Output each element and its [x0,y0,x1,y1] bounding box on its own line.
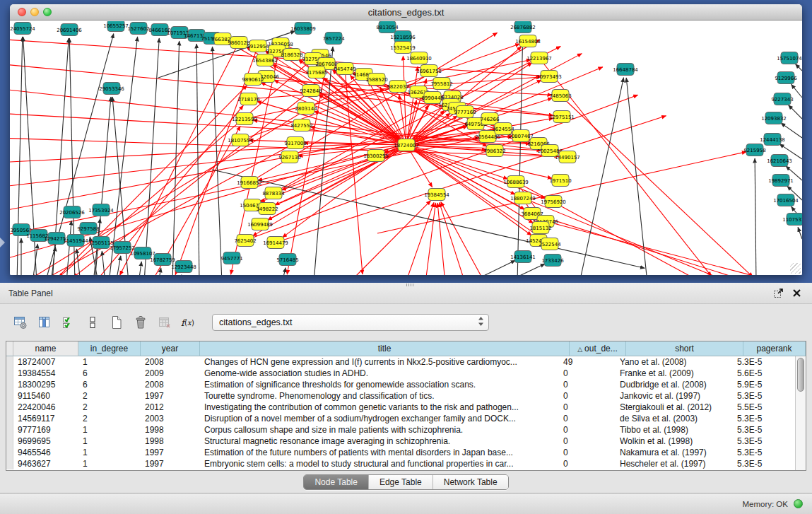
new-table-button[interactable] [106,312,127,333]
graph-node[interactable]: 1527602 [127,23,149,35]
tab-edge-table[interactable]: Edge Table [368,475,433,489]
graph-edge[interactable] [102,251,105,275]
graph-edge[interactable] [441,202,485,275]
graph-node[interactable]: 9457771 [220,252,242,264]
graph-node[interactable]: 16033809 [290,23,316,35]
table-row[interactable]: 1830029562008Estimation of significance … [6,379,795,390]
graph-edge[interactable] [437,203,445,275]
graph-node[interactable]: 26876882 [510,21,536,33]
column-header-title[interactable]: title [200,341,570,356]
graph-edge[interactable] [212,170,645,268]
table-row[interactable]: 1872400712008Changes of HCN gene express… [6,356,795,368]
graph-edge[interactable] [119,42,239,275]
graph-node[interactable]: 10655257 [103,21,129,32]
graph-node[interactable]: 19892971 [768,175,794,187]
graph-node[interactable]: 8878334 [262,187,285,199]
table-row[interactable]: 946362711997Embryonic stem cells: a mode… [6,458,795,469]
graph-node[interactable]: 7955812 [430,78,452,90]
graph-node[interactable]: 7986322 [483,145,505,157]
graph-node[interactable]: 2718176 [237,93,260,105]
close-button[interactable] [18,8,26,16]
graph-node[interactable]: 29053346 [99,83,124,95]
hidden-panel-arrow[interactable] [0,238,5,247]
graph-edge[interactable] [196,44,199,275]
graph-edge[interactable] [116,256,121,275]
graph-edge[interactable] [283,145,406,238]
column-header-name[interactable]: name [13,341,78,356]
close-panel-button[interactable] [789,286,804,300]
graph-node[interactable]: 7485063 [549,90,571,102]
graph-node[interactable]: 8215958 [743,144,765,156]
graph-node[interactable]: 17353924 [88,204,114,216]
table-row[interactable]: 969969511998Structural magnetic resonanc… [6,436,795,447]
graph-node[interactable]: 15751074 [777,52,802,64]
graph-node[interactable]: 11075334 [782,214,802,226]
graph-node[interactable]: 8427552 [290,119,312,132]
graph-node[interactable]: 10688639 [503,176,529,188]
graph-node[interactable]: 1588520 [365,74,387,86]
graph-edge[interactable] [546,221,772,275]
tab-network-table[interactable]: Network Table [433,475,508,489]
graph-edge[interactable] [505,264,545,275]
row-height-button[interactable] [82,312,103,333]
graph-node[interactable]: 1971510 [549,175,571,187]
graph-node[interactable]: 8186328 [281,49,302,61]
import-table-button[interactable] [154,312,175,333]
table-row[interactable]: 946554611997Estimation of the future num… [6,447,795,458]
column-header-pagerank[interactable]: pagerank [743,341,806,356]
graph-edge[interactable] [795,64,802,71]
graph-node[interactable]: 9297588 [77,223,99,235]
graph-edge[interactable] [579,78,623,275]
graph-node[interactable]: 9317008 [284,137,306,149]
graph-edge[interactable] [406,145,531,235]
graph-edge[interactable] [781,123,802,138]
table-row[interactable]: 911546021997Tourette syndrome. Phenomeno… [6,390,795,402]
graph-edge[interactable] [139,262,141,275]
graph-node[interactable]: 7857224 [322,33,345,45]
graph-edge[interactable] [282,268,286,275]
network-view-svg[interactable]: 2405572420691406106552571527602846616010… [10,21,802,275]
minimize-button[interactable] [30,8,39,16]
graph-node[interactable]: 24055724 [10,23,35,35]
graph-node[interactable]: 18300295 [363,150,389,162]
graph-node[interactable]: 7625402 [234,235,256,247]
graph-node[interactable]: 1815132 [529,222,551,234]
table-row[interactable]: 1938455462009Genome-wide association stu… [6,368,795,379]
graph-node[interactable]: 2803144 [295,103,317,115]
graph-edge[interactable] [532,214,744,275]
network-window-titlebar[interactable]: citations_edges.txt [10,4,802,21]
graph-node[interactable]: 19384554 [424,189,449,201]
graph-node[interactable]: 5822037 [387,81,408,93]
graph-node[interactable]: 3175685 [305,66,327,78]
graph-node[interactable]: 16648784 [613,64,638,76]
graph-node[interactable]: 18640910 [406,52,432,64]
graph-node[interactable]: 12093832 [761,112,787,124]
table-selector-dropdown[interactable]: citations_edges.txt [212,314,489,331]
graph-node[interactable]: 2522544 [539,238,561,250]
graph-edge[interactable] [792,84,802,98]
graph-node[interactable]: 9267130 [278,151,300,163]
window-resize-grip[interactable] [790,263,801,274]
table-mode-button[interactable] [10,312,31,333]
graph-node[interactable]: 16914479 [263,237,288,249]
graph-node[interactable]: 12975151 [549,111,575,123]
graph-edge[interactable] [755,158,756,275]
table-row[interactable]: 1456911722003Disruption of a novel membe… [6,413,795,424]
graph-node[interactable]: 9242848 [300,85,322,97]
graph-node[interactable]: 1733426 [541,255,564,267]
graph-node[interactable]: 16210643 [767,155,792,167]
graph-node[interactable]: 16961758 [416,65,442,77]
graph-node[interactable]: 20691406 [57,24,82,36]
graph-edge[interactable] [788,105,802,119]
zoom-button[interactable] [43,8,52,16]
graph-node[interactable]: 15325419 [390,42,416,54]
column-header-year[interactable]: year [141,341,200,356]
tab-node-table[interactable]: Node Table [304,475,368,489]
table-scrollbar-thumb[interactable] [797,358,804,392]
column-header-out_de[interactable]: △out_de... [570,341,626,356]
graph-node[interactable]: 17016504 [773,194,799,206]
graph-edge[interactable] [560,95,753,275]
graph-edge[interactable] [406,202,434,275]
table-scrollbar[interactable] [795,356,806,470]
show-columns-button[interactable] [34,312,55,333]
